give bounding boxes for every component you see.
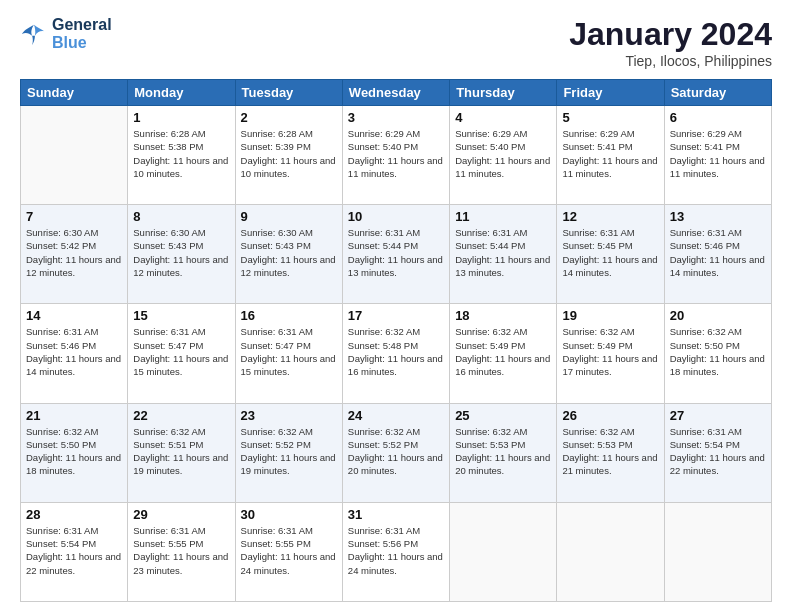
- day-number: 5: [562, 110, 658, 125]
- day-number: 30: [241, 507, 337, 522]
- logo: General Blue: [20, 16, 112, 51]
- header-tuesday: Tuesday: [235, 80, 342, 106]
- day-info: Sunrise: 6:31 AMSunset: 5:46 PMDaylight:…: [26, 325, 122, 378]
- day-number: 18: [455, 308, 551, 323]
- table-row: [664, 502, 771, 601]
- day-info: Sunrise: 6:32 AMSunset: 5:51 PMDaylight:…: [133, 425, 229, 478]
- day-number: 14: [26, 308, 122, 323]
- table-row: 17 Sunrise: 6:32 AMSunset: 5:48 PMDaylig…: [342, 304, 449, 403]
- header-thursday: Thursday: [450, 80, 557, 106]
- day-info: Sunrise: 6:32 AMSunset: 5:53 PMDaylight:…: [562, 425, 658, 478]
- day-info: Sunrise: 6:29 AMSunset: 5:40 PMDaylight:…: [348, 127, 444, 180]
- table-row: 26 Sunrise: 6:32 AMSunset: 5:53 PMDaylig…: [557, 403, 664, 502]
- day-number: 1: [133, 110, 229, 125]
- calendar-week-row: 28 Sunrise: 6:31 AMSunset: 5:54 PMDaylig…: [21, 502, 772, 601]
- day-number: 11: [455, 209, 551, 224]
- table-row: 1 Sunrise: 6:28 AMSunset: 5:38 PMDayligh…: [128, 106, 235, 205]
- table-row: 16 Sunrise: 6:31 AMSunset: 5:47 PMDaylig…: [235, 304, 342, 403]
- day-number: 28: [26, 507, 122, 522]
- day-info: Sunrise: 6:32 AMSunset: 5:49 PMDaylight:…: [455, 325, 551, 378]
- day-info: Sunrise: 6:28 AMSunset: 5:39 PMDaylight:…: [241, 127, 337, 180]
- day-number: 13: [670, 209, 766, 224]
- day-info: Sunrise: 6:32 AMSunset: 5:50 PMDaylight:…: [26, 425, 122, 478]
- logo-icon: [20, 20, 48, 48]
- day-number: 27: [670, 408, 766, 423]
- table-row: [450, 502, 557, 601]
- table-row: 12 Sunrise: 6:31 AMSunset: 5:45 PMDaylig…: [557, 205, 664, 304]
- day-info: Sunrise: 6:31 AMSunset: 5:46 PMDaylight:…: [670, 226, 766, 279]
- table-row: 5 Sunrise: 6:29 AMSunset: 5:41 PMDayligh…: [557, 106, 664, 205]
- day-number: 17: [348, 308, 444, 323]
- table-row: 7 Sunrise: 6:30 AMSunset: 5:42 PMDayligh…: [21, 205, 128, 304]
- day-info: Sunrise: 6:31 AMSunset: 5:55 PMDaylight:…: [241, 524, 337, 577]
- calendar-table: Sunday Monday Tuesday Wednesday Thursday…: [20, 79, 772, 602]
- day-number: 26: [562, 408, 658, 423]
- day-number: 4: [455, 110, 551, 125]
- day-info: Sunrise: 6:32 AMSunset: 5:50 PMDaylight:…: [670, 325, 766, 378]
- day-number: 20: [670, 308, 766, 323]
- day-number: 16: [241, 308, 337, 323]
- day-info: Sunrise: 6:30 AMSunset: 5:43 PMDaylight:…: [133, 226, 229, 279]
- table-row: 11 Sunrise: 6:31 AMSunset: 5:44 PMDaylig…: [450, 205, 557, 304]
- day-info: Sunrise: 6:31 AMSunset: 5:47 PMDaylight:…: [133, 325, 229, 378]
- table-row: 19 Sunrise: 6:32 AMSunset: 5:49 PMDaylig…: [557, 304, 664, 403]
- day-info: Sunrise: 6:32 AMSunset: 5:49 PMDaylight:…: [562, 325, 658, 378]
- month-title: January 2024: [569, 16, 772, 53]
- table-row: 18 Sunrise: 6:32 AMSunset: 5:49 PMDaylig…: [450, 304, 557, 403]
- day-number: 7: [26, 209, 122, 224]
- table-row: 10 Sunrise: 6:31 AMSunset: 5:44 PMDaylig…: [342, 205, 449, 304]
- day-number: 29: [133, 507, 229, 522]
- calendar-week-row: 21 Sunrise: 6:32 AMSunset: 5:50 PMDaylig…: [21, 403, 772, 502]
- location: Tiep, Ilocos, Philippines: [569, 53, 772, 69]
- day-info: Sunrise: 6:31 AMSunset: 5:44 PMDaylight:…: [348, 226, 444, 279]
- day-info: Sunrise: 6:32 AMSunset: 5:53 PMDaylight:…: [455, 425, 551, 478]
- table-row: 6 Sunrise: 6:29 AMSunset: 5:41 PMDayligh…: [664, 106, 771, 205]
- day-number: 6: [670, 110, 766, 125]
- header-monday: Monday: [128, 80, 235, 106]
- day-info: Sunrise: 6:30 AMSunset: 5:42 PMDaylight:…: [26, 226, 122, 279]
- day-info: Sunrise: 6:31 AMSunset: 5:47 PMDaylight:…: [241, 325, 337, 378]
- day-info: Sunrise: 6:32 AMSunset: 5:48 PMDaylight:…: [348, 325, 444, 378]
- table-row: 28 Sunrise: 6:31 AMSunset: 5:54 PMDaylig…: [21, 502, 128, 601]
- header-wednesday: Wednesday: [342, 80, 449, 106]
- table-row: 20 Sunrise: 6:32 AMSunset: 5:50 PMDaylig…: [664, 304, 771, 403]
- logo-text: General Blue: [52, 16, 112, 51]
- table-row: 8 Sunrise: 6:30 AMSunset: 5:43 PMDayligh…: [128, 205, 235, 304]
- day-info: Sunrise: 6:31 AMSunset: 5:45 PMDaylight:…: [562, 226, 658, 279]
- day-number: 22: [133, 408, 229, 423]
- header-friday: Friday: [557, 80, 664, 106]
- day-info: Sunrise: 6:32 AMSunset: 5:52 PMDaylight:…: [241, 425, 337, 478]
- table-row: 3 Sunrise: 6:29 AMSunset: 5:40 PMDayligh…: [342, 106, 449, 205]
- table-row: 25 Sunrise: 6:32 AMSunset: 5:53 PMDaylig…: [450, 403, 557, 502]
- day-number: 25: [455, 408, 551, 423]
- day-info: Sunrise: 6:28 AMSunset: 5:38 PMDaylight:…: [133, 127, 229, 180]
- day-number: 3: [348, 110, 444, 125]
- day-number: 23: [241, 408, 337, 423]
- day-info: Sunrise: 6:31 AMSunset: 5:44 PMDaylight:…: [455, 226, 551, 279]
- calendar-week-row: 1 Sunrise: 6:28 AMSunset: 5:38 PMDayligh…: [21, 106, 772, 205]
- table-row: 23 Sunrise: 6:32 AMSunset: 5:52 PMDaylig…: [235, 403, 342, 502]
- day-info: Sunrise: 6:31 AMSunset: 5:56 PMDaylight:…: [348, 524, 444, 577]
- table-row: 4 Sunrise: 6:29 AMSunset: 5:40 PMDayligh…: [450, 106, 557, 205]
- day-number: 24: [348, 408, 444, 423]
- day-number: 9: [241, 209, 337, 224]
- table-row: 22 Sunrise: 6:32 AMSunset: 5:51 PMDaylig…: [128, 403, 235, 502]
- day-info: Sunrise: 6:31 AMSunset: 5:54 PMDaylight:…: [26, 524, 122, 577]
- day-info: Sunrise: 6:31 AMSunset: 5:54 PMDaylight:…: [670, 425, 766, 478]
- table-row: 15 Sunrise: 6:31 AMSunset: 5:47 PMDaylig…: [128, 304, 235, 403]
- table-row: 31 Sunrise: 6:31 AMSunset: 5:56 PMDaylig…: [342, 502, 449, 601]
- table-row: 29 Sunrise: 6:31 AMSunset: 5:55 PMDaylig…: [128, 502, 235, 601]
- day-number: 10: [348, 209, 444, 224]
- header-sunday: Sunday: [21, 80, 128, 106]
- day-number: 12: [562, 209, 658, 224]
- table-row: 21 Sunrise: 6:32 AMSunset: 5:50 PMDaylig…: [21, 403, 128, 502]
- day-info: Sunrise: 6:29 AMSunset: 5:41 PMDaylight:…: [670, 127, 766, 180]
- table-row: 13 Sunrise: 6:31 AMSunset: 5:46 PMDaylig…: [664, 205, 771, 304]
- table-row: 30 Sunrise: 6:31 AMSunset: 5:55 PMDaylig…: [235, 502, 342, 601]
- table-row: 2 Sunrise: 6:28 AMSunset: 5:39 PMDayligh…: [235, 106, 342, 205]
- calendar-header-row: Sunday Monday Tuesday Wednesday Thursday…: [21, 80, 772, 106]
- day-number: 21: [26, 408, 122, 423]
- header: General Blue January 2024 Tiep, Ilocos, …: [20, 16, 772, 69]
- day-number: 8: [133, 209, 229, 224]
- day-info: Sunrise: 6:30 AMSunset: 5:43 PMDaylight:…: [241, 226, 337, 279]
